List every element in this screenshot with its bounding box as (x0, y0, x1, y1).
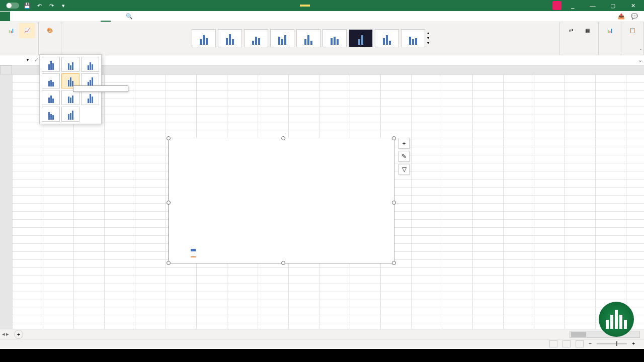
tab-formeln[interactable] (40, 12, 50, 21)
tab-format[interactable] (111, 12, 121, 21)
status-bar: − + (0, 339, 644, 348)
chart-filter-button[interactable]: ▽ (398, 164, 410, 175)
chart-style-gallery[interactable]: ▴ ▾ ▾ (190, 23, 431, 53)
tab-entwurf[interactable] (101, 12, 111, 21)
normal-view-button[interactable] (549, 340, 557, 347)
colors-icon: 🎨 (44, 24, 56, 36)
chart-style-5[interactable] (296, 29, 320, 47)
chart-plot-area[interactable] (189, 151, 345, 232)
switch-row-col-button[interactable]: ⇄ (563, 23, 579, 38)
gallery-more-icon[interactable]: ▾ (427, 41, 429, 45)
tab-ueberpruefen[interactable] (60, 12, 70, 21)
undo-icon[interactable]: ↶ (35, 2, 43, 10)
chart-type-icon: 📊 (604, 24, 616, 36)
page-break-view-button[interactable] (576, 340, 584, 347)
select-data-button[interactable]: ▦ (579, 23, 595, 38)
gallery-up-icon[interactable]: ▴ (427, 31, 429, 35)
tab-daten[interactable] (50, 12, 60, 21)
chart-style-2[interactable] (218, 29, 242, 47)
redo-icon[interactable]: ↷ (47, 2, 55, 10)
ribbon-tabs: 🔍 📤 💬 (0, 11, 644, 22)
chart-tools-badge (300, 5, 310, 7)
tab-start[interactable] (10, 12, 20, 21)
move-chart-icon: 📋 (626, 24, 638, 36)
gallery-down-icon[interactable]: ▾ (427, 36, 429, 40)
layout-tooltip (73, 85, 128, 92)
chart-style-4[interactable] (270, 29, 294, 47)
sheet-nav-first-icon[interactable]: ◂ (2, 331, 5, 337)
sheet-nav-prev-icon[interactable]: ▸ (6, 331, 9, 337)
name-box[interactable]: ▼ (0, 58, 32, 62)
worksheet-tabs: ◂ ▸ + (0, 329, 644, 339)
layout-option-1[interactable] (42, 57, 60, 72)
change-colors-button[interactable]: 🎨 (42, 23, 58, 38)
expand-formula-icon[interactable]: ⌄ (636, 57, 644, 63)
chart-styles-button[interactable]: ✎ (398, 151, 410, 162)
ribbon-options-icon[interactable]: ⎯ (564, 0, 582, 11)
add-chart-element-button[interactable]: 📊 (3, 23, 19, 38)
zoom-out-button[interactable]: − (589, 341, 592, 346)
tab-search[interactable]: 🔍 (121, 12, 138, 21)
chart-style-1[interactable] (192, 29, 216, 47)
user-avatar[interactable] (552, 1, 561, 10)
window-titlebar: 💾 ↶ ↷ ▾ ⎯ ― ▢ ✕ (0, 0, 644, 11)
chart-style-8[interactable] (375, 29, 399, 47)
comments-button[interactable]: 💬 (631, 13, 638, 20)
layout-option-2[interactable] (61, 57, 79, 72)
embedded-chart[interactable] (168, 138, 394, 263)
add-sheet-button[interactable]: + (14, 330, 23, 339)
maximize-button[interactable]: ▢ (604, 0, 622, 11)
select-data-icon: ▦ (581, 24, 593, 36)
tab-ansicht[interactable] (70, 12, 80, 21)
layout-option-4[interactable] (42, 73, 60, 88)
move-chart-button[interactable]: 📋 (624, 23, 640, 38)
chart-style-6[interactable] (323, 29, 347, 47)
layout-option-11[interactable] (61, 107, 79, 122)
chart-data-table (189, 247, 390, 260)
chart-style-9[interactable] (401, 29, 425, 47)
change-chart-type-button[interactable]: 📊 (602, 23, 618, 38)
minimize-button[interactable]: ― (584, 0, 602, 11)
chart-elements-button[interactable]: ＋ (398, 138, 410, 149)
collapse-ribbon-icon[interactable]: ˄ (639, 48, 642, 54)
layout-option-9[interactable] (81, 90, 99, 105)
tab-seitenlayout[interactable] (30, 12, 40, 21)
share-button[interactable]: 📤 (618, 13, 625, 20)
tab-datei[interactable] (0, 12, 10, 21)
tab-factset[interactable] (91, 12, 101, 21)
chart-style-3[interactable] (244, 29, 268, 47)
zoom-in-button[interactable]: + (632, 341, 635, 346)
quick-layout-icon: 📈 (21, 24, 33, 36)
layout-option-7[interactable] (42, 90, 60, 105)
page-layout-view-button[interactable] (562, 340, 571, 347)
tab-einfuegen[interactable] (20, 12, 30, 21)
customize-icon[interactable]: ▾ (59, 2, 67, 10)
save-icon[interactable]: 💾 (23, 2, 31, 10)
layout-option-8[interactable] (61, 90, 79, 105)
ribbon-content: 📊 📈 🎨 (0, 22, 644, 55)
swap-icon: ⇄ (565, 24, 577, 36)
layout-option-3[interactable] (81, 57, 99, 72)
tab-hilfe[interactable] (80, 12, 91, 21)
watermark-logo (599, 302, 634, 337)
close-button[interactable]: ✕ (624, 0, 642, 11)
select-all-corner[interactable] (0, 65, 12, 74)
zoom-slider[interactable] (597, 343, 627, 344)
autosave-toggle[interactable] (4, 3, 19, 9)
add-element-icon: 📊 (5, 24, 17, 36)
quick-layout-button[interactable]: 📈 (19, 23, 35, 38)
layout-option-10[interactable] (42, 107, 60, 122)
chart-style-7[interactable] (349, 29, 373, 47)
